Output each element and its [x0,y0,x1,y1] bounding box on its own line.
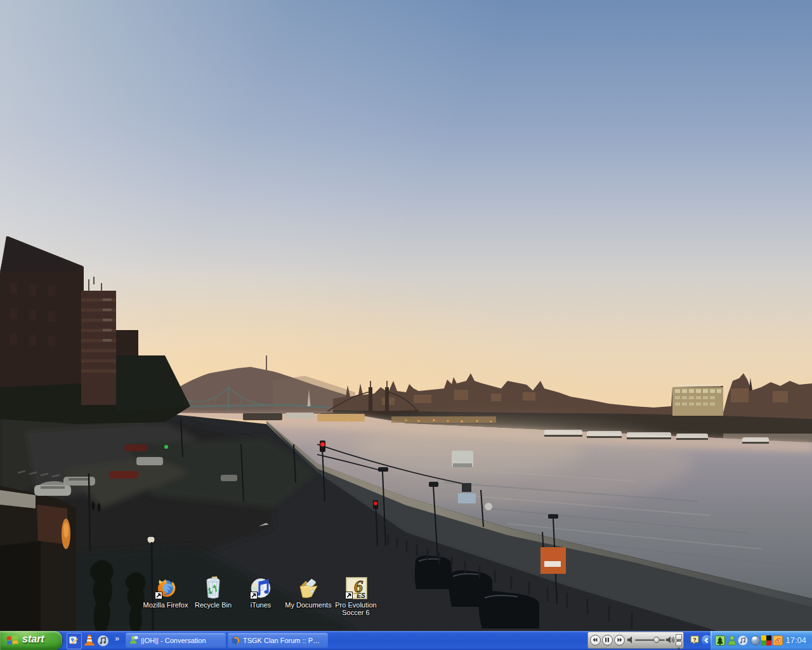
svg-text:?: ? [693,637,697,643]
